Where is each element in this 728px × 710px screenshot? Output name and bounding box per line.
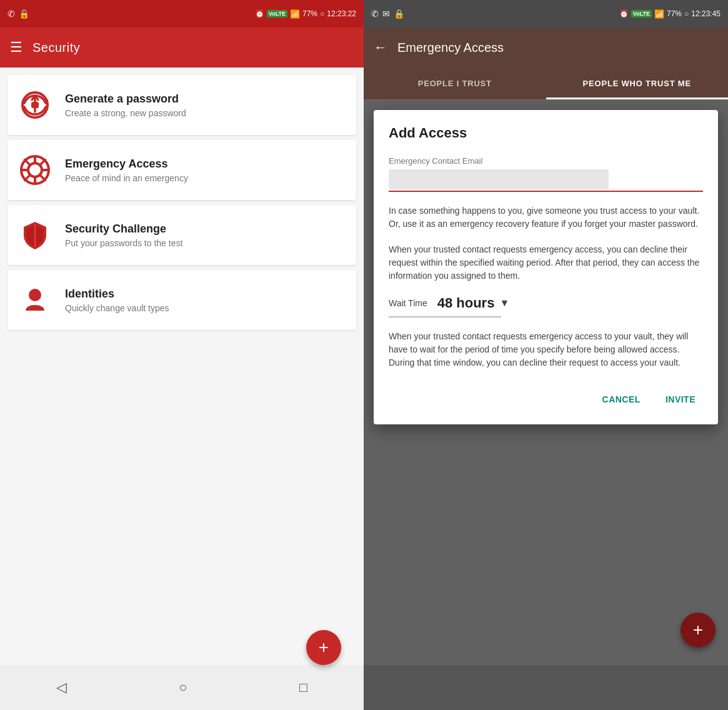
status-right-right: ⏰ VoLTE 📶 77% ○ 12:23:45	[619, 9, 721, 19]
status-icons-left: ✆ 🔒	[7, 9, 29, 19]
status-icons-right: ✆ ✉ 🔒	[371, 9, 404, 19]
wait-time-select[interactable]: 48 hours ▼	[437, 295, 510, 311]
dropdown-arrow-icon: ▼	[499, 298, 509, 309]
emergency-access-text: Emergency Access Peace of mind in an eme…	[65, 158, 188, 183]
wait-time-row: Wait Time 48 hours ▼	[389, 295, 703, 311]
right-panel: ✆ ✉ 🔒 ⏰ VoLTE 📶 77% ○ 12:23:45 ← Emergen…	[364, 0, 728, 710]
security-challenge-title: Security Challenge	[65, 222, 182, 236]
tab-people-who-trust-me[interactable]: PEOPLE WHO TRUST ME	[546, 69, 729, 99]
wait-divider	[389, 316, 501, 318]
tabs-bar: PEOPLE I TRUST PEOPLE WHO TRUST ME	[364, 68, 728, 100]
emergency-icon	[17, 152, 52, 188]
app-title-right: Emergency Access	[397, 41, 504, 55]
wait-time-value: 48 hours	[437, 295, 495, 311]
signal-icon: ✆	[7, 9, 15, 19]
identities-title: Identities	[65, 288, 169, 301]
shield-icon	[17, 218, 52, 252]
menu-item-generate-password[interactable]: Generate a password Create a strong, new…	[7, 75, 356, 135]
invite-button[interactable]: INVITE	[658, 389, 703, 409]
battery-left: 77%	[302, 9, 317, 18]
email-label: Emergency Contact Email	[389, 156, 703, 166]
notification-icon-right: ✉	[382, 9, 390, 19]
recent-button-left[interactable]: □	[284, 674, 322, 701]
bottom-nav-right: ◁ ○ □	[364, 665, 728, 710]
clock-icon: ⏰	[255, 9, 264, 18]
fab-right[interactable]: +	[681, 612, 716, 648]
battery-right: 77%	[667, 9, 682, 18]
left-panel: ✆ 🔒 ⏰ VoLTE 📶 77% ○ 12:23:22 ☰ Security	[0, 0, 364, 710]
modal-actions: CANCEL INVITE	[389, 389, 703, 409]
fab-right-icon: +	[693, 620, 703, 640]
tab-people-i-trust[interactable]: PEOPLE I TRUST	[364, 69, 546, 99]
cancel-button[interactable]: CANCEL	[595, 389, 648, 409]
menu-item-emergency-access[interactable]: Emergency Access Peace of mind in an eme…	[7, 140, 356, 200]
lte-badge-right: VoLTE	[631, 10, 652, 18]
app-bar-right: ← Emergency Access	[364, 28, 728, 68]
bottom-nav-left: ◁ ○ □	[0, 665, 364, 710]
modal-title: Add Access	[389, 125, 703, 141]
svg-rect-1	[31, 102, 39, 108]
svg-point-15	[29, 289, 41, 301]
password-icon	[17, 88, 52, 122]
identities-text: Identities Quickly change vault types	[65, 288, 169, 313]
email-input-wrapper	[389, 169, 703, 192]
back-button-right[interactable]: ◁	[405, 674, 446, 701]
lock-icon: 🔒	[19, 9, 29, 19]
emergency-access-title: Emergency Access	[65, 158, 188, 171]
recent-button-right[interactable]: □	[649, 674, 687, 701]
menu-list: Generate a password Create a strong, new…	[0, 68, 364, 665]
battery-icon-left: ○	[320, 9, 324, 18]
security-challenge-text: Security Challenge Put your passwords to…	[65, 222, 182, 248]
modal-area: Add Access Emergency Contact Email In ca…	[364, 100, 728, 665]
signal-bars: 📶	[290, 9, 300, 19]
add-access-modal: Add Access Emergency Contact Email In ca…	[374, 110, 718, 424]
status-bar-left: ✆ 🔒 ⏰ VoLTE 📶 77% ○ 12:23:22	[0, 0, 364, 28]
battery-icon-right: ○	[684, 9, 689, 18]
info-text-3: When your trusted contact requests emerg…	[389, 330, 703, 369]
menu-item-identities[interactable]: Identities Quickly change vault types	[7, 270, 356, 330]
menu-item-security-challenge[interactable]: Security Challenge Put your passwords to…	[7, 205, 356, 265]
signal-icon-right: ✆	[371, 9, 379, 19]
fab-left[interactable]: +	[306, 630, 341, 665]
info-text-1: In case something happens to you, give s…	[389, 204, 703, 231]
emergency-access-sub: Peace of mind in an emergency	[65, 173, 188, 183]
back-button-left[interactable]: ◁	[41, 674, 82, 701]
status-right-left: ⏰ VoLTE 📶 77% ○ 12:23:22	[255, 9, 356, 19]
home-button-left[interactable]: ○	[164, 674, 202, 701]
generate-password-sub: Create a strong, new password	[65, 108, 186, 118]
app-bar-left: ☰ Security	[0, 28, 364, 68]
back-arrow[interactable]: ←	[374, 39, 387, 56]
identities-sub: Quickly change vault types	[65, 303, 169, 313]
lte-badge: VoLTE	[267, 10, 287, 18]
generate-password-text: Generate a password Create a strong, new…	[65, 92, 186, 118]
app-title-left: Security	[32, 41, 80, 55]
lock-icon-right: 🔒	[394, 9, 404, 19]
clock-icon-right: ⏰	[619, 9, 629, 18]
time-right: 12:23:45	[691, 9, 721, 18]
home-button-right[interactable]: ○	[528, 674, 566, 701]
security-challenge-sub: Put your passwords to the test	[65, 238, 182, 248]
email-blur-overlay	[389, 169, 609, 189]
time-left: 12:23:22	[327, 9, 356, 18]
signal-bars-right: 📶	[654, 9, 664, 19]
wait-time-label: Wait Time	[389, 298, 427, 308]
info-text-2: When your trusted contact requests emerg…	[389, 243, 703, 282]
hamburger-menu[interactable]: ☰	[10, 39, 22, 56]
fab-left-icon: +	[319, 638, 329, 658]
identity-icon	[17, 282, 52, 318]
generate-password-title: Generate a password	[65, 92, 186, 106]
status-bar-right: ✆ ✉ 🔒 ⏰ VoLTE 📶 77% ○ 12:23:45	[364, 0, 728, 28]
